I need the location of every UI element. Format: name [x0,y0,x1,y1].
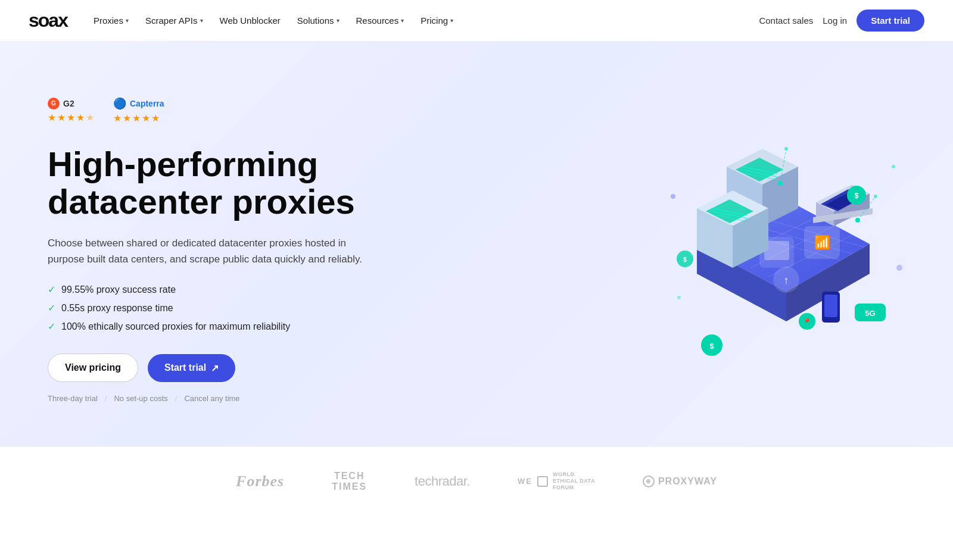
g2-icon: G [48,98,60,110]
svg-text:📶: 📶 [814,234,831,251]
star-icon: ★ [48,112,56,123]
arrow-icon: ↗ [211,362,219,374]
star-icon: ★ [132,112,141,124]
bullet-3: ✓ 100% ethically sourced proxies for max… [48,321,405,332]
chevron-down-icon: ▾ [401,17,404,24]
star-icon: ★ [142,112,150,124]
chevron-down-icon: ▾ [337,17,340,24]
hero-section: G G2 ★ ★ ★ ★ ★ 🔵 Capterra ★ ★ [0,42,953,446]
logos-section: Forbes TECHTIMES techradar. WE WORLDETHI… [0,446,953,515]
capterra-icon: 🔵 [113,97,126,110]
nav-item-web-unblocker[interactable]: Web Unblocker [213,11,288,30]
nav-start-trial-button[interactable]: Start trial [857,10,924,32]
login-link[interactable]: Log in [823,15,847,26]
g2-rating: G G2 ★ ★ ★ ★ ★ [48,98,94,123]
nav-item-scraper-apis[interactable]: Scraper APIs ▾ [138,11,210,30]
wedf-icon [537,476,548,487]
check-icon: ✓ [48,321,55,332]
svg-point-57 [677,296,681,299]
svg-text:5G: 5G [865,309,875,318]
star-icon: ★ [113,112,122,124]
wedf-logo: WE WORLDETHICAL DATAFORUM [518,471,595,490]
hero-illustration: 📶 ↑ [619,101,905,399]
svg-text:📍: 📍 [802,317,812,327]
g2-brand: G G2 [48,98,94,110]
nav-links: Proxies ▾ Scraper APIs ▾ Web Unblocker S… [86,11,460,30]
capterra-stars: ★ ★ ★ ★ ★ [113,112,164,124]
navbar: soax Proxies ▾ Scraper APIs ▾ Web Unbloc… [0,0,953,42]
chevron-down-icon: ▾ [450,17,453,24]
ratings-row: G G2 ★ ★ ★ ★ ★ 🔵 Capterra ★ ★ [48,97,405,124]
check-icon: ✓ [48,302,55,314]
capterra-brand: 🔵 Capterra [113,97,164,110]
nav-left: soax Proxies ▾ Scraper APIs ▾ Web Unbloc… [29,10,460,32]
capterra-rating: 🔵 Capterra ★ ★ ★ ★ ★ [113,97,164,124]
svg-text:↑: ↑ [784,274,789,286]
svg-point-54 [671,194,675,199]
hero-title: High-performing datacenter proxies [48,145,405,221]
nav-item-pricing[interactable]: Pricing ▾ [413,11,460,30]
svg-text:$: $ [855,192,859,200]
star-half-icon: ★ [86,112,94,123]
star-icon: ★ [57,112,66,123]
proxyway-logo: ⊕ PROXYWAY [643,475,717,487]
techradar-logo: techradar. [415,474,470,489]
star-icon: ★ [67,112,75,123]
chevron-down-icon: ▾ [126,17,129,24]
nav-right: Contact sales Log in Start trial [759,10,924,32]
start-trial-button[interactable]: Start trial ↗ [148,354,235,382]
forbes-logo: Forbes [236,473,284,490]
g2-stars: ★ ★ ★ ★ ★ [48,112,94,123]
svg-point-55 [892,165,895,168]
logo[interactable]: soax [29,10,67,32]
hero-description: Choose between shared or dedicated datac… [48,235,369,267]
hero-bullets: ✓ 99.55% proxy success rate ✓ 0.55s prox… [48,284,405,332]
svg-text:$: $ [683,256,687,263]
nav-item-solutions[interactable]: Solutions ▾ [290,11,347,30]
cta-row: View pricing Start trial ↗ [48,353,405,382]
check-icon: ✓ [48,284,55,295]
svg-point-56 [896,265,902,271]
bullet-2: ✓ 0.55s proxy response time [48,302,405,314]
chevron-down-icon: ▾ [200,17,203,24]
techtimes-logo: TECHTIMES [332,471,367,492]
nav-item-resources[interactable]: Resources ▾ [349,11,412,30]
star-icon: ★ [123,112,131,124]
trial-info: Three-day trial / No set-up costs / Canc… [48,394,405,403]
contact-sales-link[interactable]: Contact sales [759,15,813,26]
svg-rect-45 [824,295,837,317]
star-icon: ★ [76,112,85,123]
view-pricing-button[interactable]: View pricing [48,353,138,382]
star-icon: ★ [151,112,160,124]
nav-item-proxies[interactable]: Proxies ▾ [86,11,136,30]
bullet-1: ✓ 99.55% proxy success rate [48,284,405,295]
proxyway-globe-icon: ⊕ [643,475,655,487]
hero-left: G G2 ★ ★ ★ ★ ★ 🔵 Capterra ★ ★ [48,97,405,403]
svg-text:$: $ [709,342,714,351]
hero-svg: 📶 ↑ [643,89,917,375]
